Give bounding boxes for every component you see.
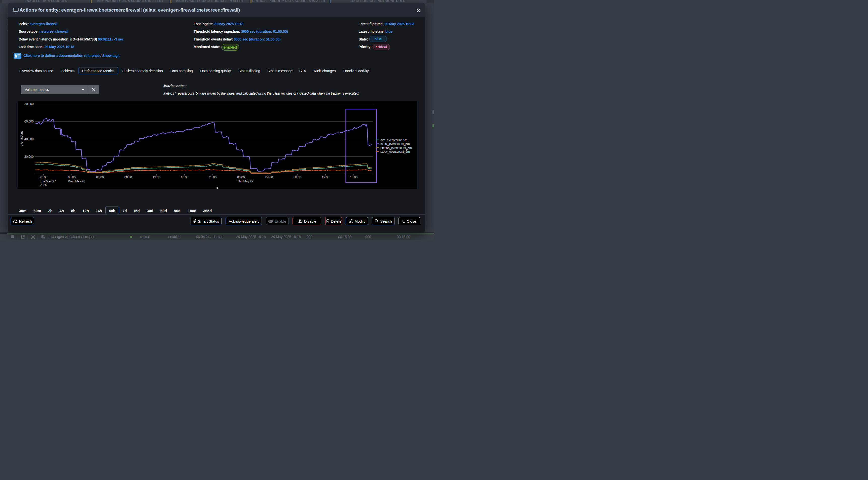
svg-text:stdev_eventcount_5m: stdev_eventcount_5m: [380, 150, 410, 154]
svg-text:04:00: 04:00: [96, 175, 104, 179]
svg-text:latest_eventcount_5m: latest_eventcount_5m: [380, 142, 410, 146]
svg-text:12:00: 12:00: [153, 175, 160, 179]
svg-text:16:00: 16:00: [181, 175, 188, 179]
svg-text:00:00: 00:00: [68, 175, 75, 179]
svg-text:Tue May 27: Tue May 27: [40, 180, 56, 183]
svg-text:16:00: 16:00: [350, 175, 358, 179]
svg-text:20:00: 20:00: [209, 175, 217, 179]
svg-text:perc95_eventcount_5m: perc95_eventcount_5m: [380, 146, 412, 150]
svg-text:80,000: 80,000: [24, 102, 34, 106]
svg-text:avg_eventcount_5m: avg_eventcount_5m: [380, 138, 407, 142]
svg-text:12:00: 12:00: [322, 175, 329, 179]
svg-text:40,000: 40,000: [24, 137, 34, 141]
svg-text:60,000: 60,000: [24, 120, 34, 123]
svg-text:20:00: 20:00: [40, 175, 47, 179]
svg-text:08:00: 08:00: [293, 175, 301, 179]
svg-text:04:00: 04:00: [265, 175, 273, 179]
svg-text:00:00: 00:00: [237, 175, 245, 179]
svg-text:Wed May 28: Wed May 28: [68, 180, 85, 183]
svg-text:eventcount: eventcount: [20, 131, 23, 146]
svg-text:Thu May 29: Thu May 29: [238, 180, 253, 183]
svg-text:20,000: 20,000: [24, 155, 34, 159]
svg-text:2025: 2025: [40, 183, 47, 187]
svg-text:08:00: 08:00: [124, 175, 132, 179]
